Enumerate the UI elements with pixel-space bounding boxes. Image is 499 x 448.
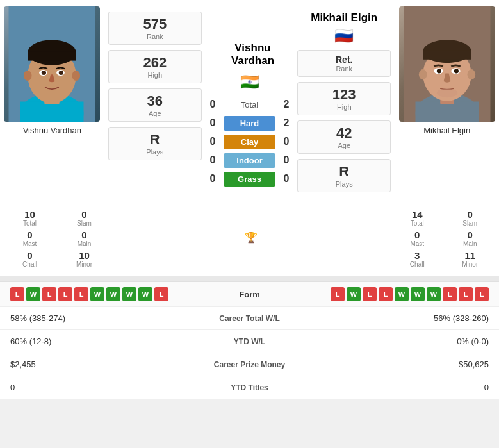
form-badge-left: L xyxy=(10,287,24,301)
left-mast-cell: 0 Mast xyxy=(5,229,54,247)
player-left-name-center: VishnuVardhan xyxy=(231,42,274,68)
bottom-stats: LWLLLWWWWL Form LWLLWWWLLL 58% (385-274)… xyxy=(0,281,499,399)
form-badge-right: L xyxy=(443,287,457,301)
svg-point-21 xyxy=(467,69,475,79)
svg-rect-6 xyxy=(28,51,76,60)
right-total-value: 14 xyxy=(412,209,423,220)
right-total-cell: 14 Total xyxy=(393,209,441,227)
ytd-left: 60% (12-8) xyxy=(10,336,186,346)
trophy-icon: 🏆 xyxy=(245,231,258,244)
right-chall-cell: 3 Chall xyxy=(393,250,441,268)
form-right: LWLLWWWLLL xyxy=(295,287,489,301)
svg-point-11 xyxy=(42,71,46,75)
right-slam-value: 0 xyxy=(468,209,473,220)
left-mast-value: 0 xyxy=(27,229,32,240)
prize-left: $2,455 xyxy=(10,360,186,369)
right-mast-cell: 0 Mast xyxy=(393,229,441,247)
form-badge-left: W xyxy=(26,287,40,301)
form-badge-right: W xyxy=(395,287,409,301)
player-left-stats: 575 Rank 262 High 36 Age R Plays xyxy=(104,6,206,197)
score-clay-left: 0 xyxy=(206,136,220,147)
left-total-label: Total xyxy=(23,220,37,227)
surface-hard-label: Hard xyxy=(224,116,275,131)
svg-point-8 xyxy=(72,71,81,81)
form-badge-left: W xyxy=(122,287,136,301)
score-total-row: 0 Total 2 xyxy=(206,97,293,112)
surface-clay-label: Clay xyxy=(224,135,275,149)
player-right-rank-value: Ret. xyxy=(336,54,352,65)
form-label: Form xyxy=(205,290,295,299)
left-main-cell: 0 Main xyxy=(60,229,109,247)
form-badge-right: L xyxy=(331,287,345,301)
left-slam-value: 0 xyxy=(81,209,86,220)
player-right-high-label: High xyxy=(337,103,352,111)
ytd-row: 60% (12-8) YTD W/L 0% (0-0) xyxy=(0,330,499,353)
player-left-plays-value: R xyxy=(150,131,160,148)
player-left-photo xyxy=(4,6,100,122)
player-left-age-value: 36 xyxy=(147,93,163,110)
titles-row: 0 YTD Titles 0 xyxy=(0,376,499,399)
score-clay-row: 0 Clay 0 xyxy=(206,135,293,149)
ytd-label: YTD W/L xyxy=(186,337,314,346)
svg-point-12 xyxy=(59,71,63,75)
score-grass-row: 0 Grass 0 xyxy=(206,172,293,187)
titles-label: YTD Titles xyxy=(186,383,314,392)
player-right-photo xyxy=(399,6,495,122)
form-badge-right: L xyxy=(459,287,473,301)
career-total-left: 58% (385-274) xyxy=(10,313,186,323)
form-badge-right: L xyxy=(363,287,377,301)
career-total-right: 56% (328-260) xyxy=(314,313,489,323)
score-hard-right: 2 xyxy=(279,117,293,129)
score-indoor-row: 0 Indoor 0 xyxy=(206,153,293,168)
prize-row: $2,455 Career Prize Money $50,625 xyxy=(0,353,499,376)
prize-right: $50,625 xyxy=(314,360,489,369)
left-slam-label: Slam xyxy=(77,220,92,227)
trophy-center: 🏆 xyxy=(245,206,258,268)
left-main-label: Main xyxy=(78,240,92,247)
career-total-label: Career Total W/L xyxy=(186,314,314,323)
left-total-value: 10 xyxy=(24,209,35,220)
player-comparison: Vishnu Vardhan 575 Rank 262 High 36 Age … xyxy=(0,0,499,204)
center-spacer xyxy=(109,206,245,268)
player-left-flag: 🇮🇳 xyxy=(240,73,259,91)
player-left-name-label: Vishnu Vardhan xyxy=(23,126,81,135)
score-grass-right: 0 xyxy=(279,173,293,185)
form-row: LWLLLWWWWL Form LWLLWWWLLL xyxy=(0,282,499,307)
score-clay-right: 0 xyxy=(279,136,293,147)
form-badge-right: L xyxy=(475,287,489,301)
player-left-rank-value: 575 xyxy=(143,16,167,33)
left-mast-label: Mast xyxy=(23,240,37,247)
left-chall-label: Chall xyxy=(22,261,37,268)
left-chall-value: 0 xyxy=(27,250,32,261)
right-chall-value: 3 xyxy=(414,250,420,261)
left-slam-cell: 0 Slam xyxy=(60,209,109,227)
section-divider xyxy=(0,276,499,281)
left-total-cell: 10 Total xyxy=(5,209,54,227)
form-badge-left: W xyxy=(138,287,152,301)
player-right-rank-label: Rank xyxy=(336,65,352,72)
player-left-rank-label: Rank xyxy=(147,33,163,40)
score-indoor-left: 0 xyxy=(206,154,220,166)
player-left-detail-stats: 10 Total 0 Slam 0 Mast 0 Main 0 Chall xyxy=(0,206,109,268)
right-slam-label: Slam xyxy=(462,220,477,227)
score-total-right: 2 xyxy=(279,99,293,110)
right-slam-cell: 0 Slam xyxy=(446,209,495,227)
right-minor-label: Minor xyxy=(462,261,478,268)
right-chall-label: Chall xyxy=(410,261,425,268)
left-main-value: 0 xyxy=(81,229,86,240)
titles-right: 0 xyxy=(314,383,489,392)
player-right-age-label: Age xyxy=(338,142,350,149)
svg-point-25 xyxy=(454,69,458,73)
score-hard-left: 0 xyxy=(206,117,220,129)
left-chall-cell: 0 Chall xyxy=(5,250,54,268)
left-minor-cell: 10 Minor xyxy=(60,250,109,268)
player-right-plays-label: Plays xyxy=(336,180,353,188)
form-badge-left: W xyxy=(90,287,104,301)
right-minor-cell: 11 Minor xyxy=(446,250,495,268)
right-mast-label: Mast xyxy=(410,240,424,247)
form-left: LWLLLWWWWL xyxy=(10,287,205,301)
form-badge-right: W xyxy=(347,287,361,301)
left-minor-label: Minor xyxy=(76,261,92,268)
ytd-right: 0% (0-0) xyxy=(314,336,489,346)
score-indoor-right: 0 xyxy=(279,154,293,166)
